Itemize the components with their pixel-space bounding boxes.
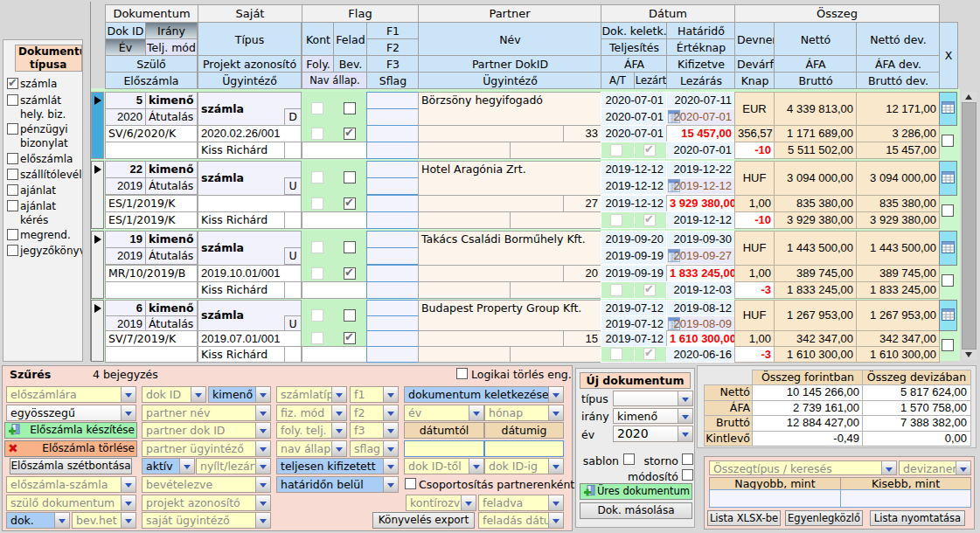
cell-netto-dev[interactable]: 1 267 953,00 [856, 300, 940, 331]
new-document-type-select[interactable] [613, 391, 693, 406]
lezart-checkbox[interactable]: ✔ [643, 348, 656, 360]
logical-delete-checkbox[interactable] [456, 368, 468, 379]
f2-select[interactable]: f2 [350, 405, 399, 421]
vertical-scrollbar[interactable] [962, 92, 977, 360]
szamlatipus-select[interactable]: számlatíp [276, 386, 347, 403]
dok-id-tol-select[interactable]: dok ID-től [404, 458, 484, 474]
partner-ugyintezo-select[interactable]: partner ügyintéző [142, 440, 271, 457]
chevron-down-icon[interactable] [383, 423, 398, 438]
column-header[interactable]: Előszámla [105, 72, 198, 89]
row-select-indicator[interactable] [91, 231, 104, 299]
column-header[interactable]: Ügyintéző [198, 72, 302, 89]
dok-id-select[interactable]: dok ID [142, 386, 206, 403]
feladas-datuma-select[interactable]: feladás dátuma [478, 512, 564, 529]
column-header[interactable]: A/T [601, 72, 635, 89]
flag-f2-cell[interactable] [366, 177, 419, 195]
chevron-down-icon[interactable] [255, 387, 270, 402]
chevron-down-icon[interactable] [383, 477, 398, 492]
scroll-up-icon[interactable] [965, 94, 972, 100]
feladva-select[interactable]: feladva [478, 495, 564, 511]
cell-dok-id[interactable]: 6 [105, 300, 146, 316]
flag-f2-cell[interactable] [366, 108, 419, 126]
column-header[interactable]: Partner DokID [418, 55, 602, 73]
chevron-down-icon[interactable] [121, 405, 136, 420]
cell-projekt[interactable]: 2019.07.01/001 [198, 330, 302, 347]
ev-szures-select[interactable]: év [404, 405, 484, 421]
cell-afa[interactable]: 835 380,00 [774, 195, 857, 212]
cell-partner-name[interactable]: Takács Családi Borműhely Kft. [418, 231, 601, 266]
cell-tipus-letter[interactable]: U [284, 177, 302, 195]
template-checkbox[interactable] [623, 453, 635, 465]
irany-szures-select[interactable]: kimenő [208, 386, 271, 403]
flag-f2-cell[interactable] [366, 247, 419, 265]
cell-netto[interactable]: 4 339 813,00 [774, 92, 857, 126]
bev-het-select[interactable]: bev.het [72, 512, 136, 529]
cell-brutto[interactable]: 1 833 245,00 [774, 281, 857, 299]
chevron-down-icon[interactable] [469, 459, 483, 474]
cell-kifizetve[interactable]: 3 929 380,00 [666, 195, 735, 212]
csoportositas-checkbox[interactable] [405, 478, 416, 489]
cell-projekt[interactable]: 2019.10.01/001 [198, 265, 302, 282]
cell-partner-name[interactable]: Budapest Property Group Kft. [418, 300, 601, 331]
bev-checkbox[interactable]: ✔ [344, 197, 356, 210]
cell-ev[interactable]: 2019 [105, 177, 146, 195]
cell-netto-dev[interactable]: 12 171,00 [856, 92, 940, 126]
row-detail-button[interactable] [939, 300, 957, 331]
at-checkbox[interactable] [610, 284, 622, 296]
cell-kifizetve[interactable]: 15 457,00 [666, 125, 735, 142]
cell-partner-extra[interactable] [510, 281, 601, 299]
cell-knap[interactable]: -3 [734, 346, 775, 363]
lezart-checkbox[interactable]: ✔ [643, 284, 656, 296]
print-list-button[interactable]: Lista nyomtatása [870, 510, 965, 526]
column-header[interactable]: Felad [333, 22, 368, 57]
cell-brutto-dev[interactable]: 1 610 300,00 [856, 346, 940, 363]
cell-lezaras[interactable]: 2019-12-12 [666, 211, 735, 229]
dok-id-ig-select[interactable]: dok ID-ig [484, 458, 564, 474]
cell-partner-dokid[interactable] [418, 265, 564, 282]
column-header[interactable]: Értéknap [666, 38, 736, 57]
row-detail-button[interactable] [939, 92, 957, 126]
cell-ev[interactable]: 2020 [105, 108, 146, 126]
column-header[interactable]: F1 [366, 22, 420, 40]
row-select-indicator[interactable] [91, 300, 104, 362]
cell-teljesites[interactable]: 2020-07-01 [601, 108, 667, 126]
cell-partner-name[interactable]: Hotel Aragónia Zrt. [418, 161, 601, 196]
bev-checkbox[interactable]: ✔ [344, 128, 356, 140]
cell-szulo[interactable]: ES/1/2019/K [105, 195, 198, 212]
cell-ugyintezo-extra[interactable] [284, 211, 302, 229]
chevron-down-icon[interactable] [331, 387, 346, 402]
cell-brutto[interactable]: 3 929 380,00 [774, 211, 857, 229]
cell-devnem[interactable]: HUF [734, 161, 775, 196]
amount-type-select[interactable]: Összegtípus / keresés [709, 460, 897, 475]
cell-hatarido[interactable]: 2020-07-11 [666, 92, 735, 109]
chevron-down-icon[interactable] [956, 461, 970, 474]
cell-ugyintezo[interactable]: Kiss Richárd [198, 346, 285, 363]
column-header[interactable]: Határidő [666, 22, 736, 40]
greater-than-input[interactable] [709, 489, 841, 508]
chevron-down-icon[interactable] [469, 405, 483, 420]
cell-irany[interactable]: kimenő [145, 92, 198, 109]
cell-kifizetve[interactable]: 1 833 245,00 [666, 265, 735, 282]
column-header[interactable]: Ügyintéző [418, 72, 602, 89]
flag-f-sflag-cell[interactable] [366, 281, 419, 299]
cell-devnem[interactable]: HUF [734, 300, 775, 331]
eloszamla-szetbontasa-button[interactable]: Előszámla szétbontása [10, 458, 132, 474]
column-header[interactable]: Dok ID [105, 22, 146, 40]
cell-partner-extra[interactable] [510, 211, 601, 229]
flag-f1-cell[interactable] [366, 231, 419, 248]
modifier-checkbox[interactable] [682, 469, 693, 481]
column-header[interactable]: Név [418, 22, 602, 57]
cell-ugyintezo-extra[interactable] [284, 142, 302, 159]
datum-tol-input[interactable] [404, 440, 484, 457]
column-header[interactable]: Bruttó [774, 72, 858, 89]
chevron-down-icon[interactable] [179, 459, 194, 474]
cell-szulo[interactable]: SV/7/2019/K [105, 330, 198, 347]
honap-select[interactable]: hónap [484, 405, 564, 421]
cell-days[interactable]: 27 [563, 195, 601, 212]
cell-irany[interactable]: kimenő [145, 300, 198, 316]
cell-partner-name[interactable]: Börzsöny hegyifogadó [418, 92, 601, 126]
cell-dok-id[interactable]: 19 [105, 231, 146, 248]
cell-dok-id[interactable]: 22 [105, 161, 146, 178]
chevron-down-icon[interactable] [121, 387, 136, 402]
chevron-down-icon[interactable] [548, 495, 563, 510]
